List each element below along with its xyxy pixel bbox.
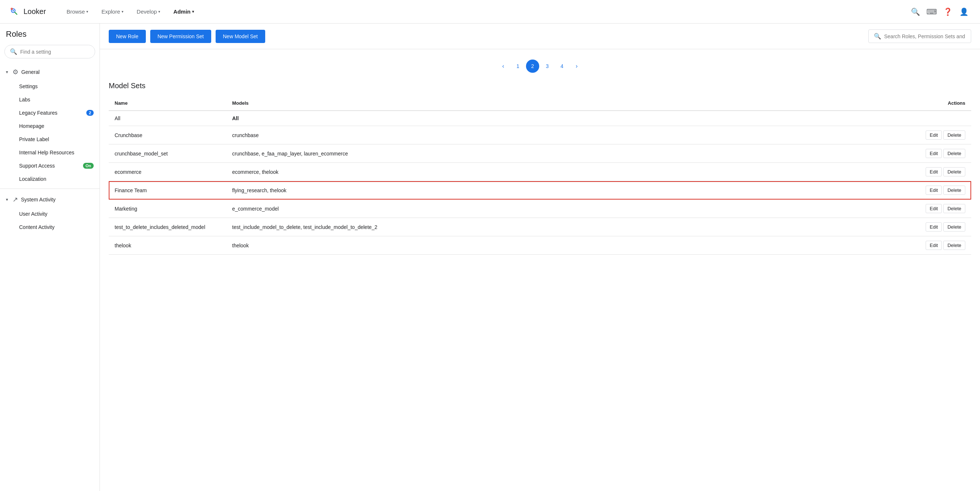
pagination-page-4[interactable]: 4 xyxy=(555,59,569,73)
svg-point-3 xyxy=(11,8,13,10)
pagination-next[interactable]: › xyxy=(570,59,583,73)
sidebar-item-legacy-features[interactable]: Legacy Features 2 xyxy=(0,106,100,120)
delete-button[interactable]: Delete xyxy=(943,167,965,176)
legacy-features-label: Legacy Features xyxy=(19,110,57,116)
develop-chevron-icon: ▾ xyxy=(158,10,160,14)
sidebar-system-activity-header[interactable]: ▾ ↗ System Activity xyxy=(0,192,100,207)
new-role-button[interactable]: New Role xyxy=(109,30,146,43)
delete-button[interactable]: Delete xyxy=(943,186,965,195)
sidebar-general-label: General xyxy=(21,69,40,75)
model-set-name-cell: All xyxy=(109,111,226,126)
model-set-name-cell: thelook xyxy=(109,236,226,255)
main-content: New Role New Permission Set New Model Se… xyxy=(100,24,980,491)
table-row: test_to_delete_includes_deleted_modeltes… xyxy=(109,218,971,236)
delete-button[interactable]: Delete xyxy=(943,222,965,231)
edit-button[interactable]: Edit xyxy=(926,222,942,231)
model-set-actions-cell: EditDelete xyxy=(912,163,971,181)
model-set-actions-cell: EditDelete xyxy=(912,144,971,163)
settings-label: Settings xyxy=(19,83,38,89)
sidebar-general-header[interactable]: ▾ ⚙ General xyxy=(0,64,100,80)
page-title: Roles xyxy=(0,29,100,45)
nav-browse[interactable]: Browse ▾ xyxy=(60,5,94,18)
delete-button[interactable]: Delete xyxy=(943,241,965,250)
sidebar-item-settings[interactable]: Settings xyxy=(0,80,100,93)
logo[interactable]: Looker xyxy=(9,6,46,18)
sidebar-item-support-access[interactable]: Support Access On xyxy=(0,159,100,172)
private-label-label: Private Label xyxy=(19,136,49,142)
system-activity-chevron-icon: ▾ xyxy=(6,197,8,202)
system-activity-trend-icon: ↗ xyxy=(13,196,18,204)
table-row: Finance Teamflying_research, thelookEdit… xyxy=(109,181,971,199)
user-activity-label: User Activity xyxy=(19,211,48,217)
col-header-models: Models xyxy=(226,96,912,111)
model-set-actions-cell: EditDelete xyxy=(912,199,971,218)
roles-search-input[interactable] xyxy=(884,33,966,39)
pagination-page-2[interactable]: 2 xyxy=(526,59,539,73)
sidebar-item-private-label[interactable]: Private Label xyxy=(0,133,100,146)
sidebar-item-localization[interactable]: Localization xyxy=(0,172,100,186)
nav-icons: 🔍 ⌨ ❓ 👤 xyxy=(908,5,971,19)
localization-label: Localization xyxy=(19,176,46,182)
model-set-actions-cell: EditDelete xyxy=(912,218,971,236)
sidebar-item-internal-help[interactable]: Internal Help Resources xyxy=(0,146,100,159)
edit-button[interactable]: Edit xyxy=(926,167,942,176)
pagination: ‹ 1 2 3 4 › xyxy=(109,55,971,81)
new-permission-set-button[interactable]: New Permission Set xyxy=(150,30,211,43)
labs-label: Labs xyxy=(19,97,30,102)
delete-button[interactable]: Delete xyxy=(943,149,965,158)
model-set-models-cell: e_commerce_model xyxy=(226,199,912,218)
sidebar: Roles 🔍 ▾ ⚙ General Settings Labs Legacy… xyxy=(0,24,100,491)
col-header-name: Name xyxy=(109,96,226,111)
toolbar: New Role New Permission Set New Model Se… xyxy=(100,24,980,49)
general-gear-icon: ⚙ xyxy=(13,68,18,76)
general-chevron-icon: ▾ xyxy=(6,69,8,75)
help-icon-button[interactable]: ❓ xyxy=(940,5,955,19)
table-row: crunchbase_model_setcrunchbase, e_faa_ma… xyxy=(109,144,971,163)
sidebar-search-box[interactable]: 🔍 xyxy=(5,45,95,59)
edit-button[interactable]: Edit xyxy=(926,186,942,195)
profile-icon-button[interactable]: 👤 xyxy=(956,5,971,19)
table-row: CrunchbasecrunchbaseEditDelete xyxy=(109,126,971,144)
pagination-prev[interactable]: ‹ xyxy=(496,59,510,73)
sidebar-item-content-activity[interactable]: Content Activity xyxy=(0,220,100,234)
admin-chevron-icon: ▾ xyxy=(192,10,194,14)
svg-point-1 xyxy=(13,10,14,11)
nav-develop[interactable]: Develop ▾ xyxy=(131,5,166,18)
table-row: ecommerceecommerce, thelookEditDelete xyxy=(109,163,971,181)
nav-admin[interactable]: Admin ▾ xyxy=(167,5,200,18)
pagination-page-1[interactable]: 1 xyxy=(511,59,525,73)
edit-button[interactable]: Edit xyxy=(926,131,942,140)
sidebar-item-user-activity[interactable]: User Activity xyxy=(0,207,100,220)
model-set-name-cell: Crunchbase xyxy=(109,126,226,144)
logo-text: Looker xyxy=(24,7,46,16)
sidebar-divider xyxy=(0,188,100,189)
model-sets-table-head: Name Models Actions xyxy=(109,96,971,111)
search-icon-button[interactable]: 🔍 xyxy=(908,5,923,19)
model-set-actions-cell xyxy=(912,111,971,126)
nav-links: Browse ▾ Explore ▾ Develop ▾ Admin ▾ xyxy=(60,5,908,18)
edit-button[interactable]: Edit xyxy=(926,241,942,250)
sidebar-section-system-activity: ▾ ↗ System Activity User Activity Conten… xyxy=(0,192,100,234)
sidebar-item-labs[interactable]: Labs xyxy=(0,93,100,106)
content-area: ‹ 1 2 3 4 › Model Sets Name Models Actio… xyxy=(100,49,980,263)
pagination-page-3[interactable]: 3 xyxy=(541,59,554,73)
model-sets-table: Name Models Actions AllAllCrunchbasecrun… xyxy=(109,96,971,255)
delete-button[interactable]: Delete xyxy=(943,131,965,140)
roles-search-bar[interactable]: 🔍 xyxy=(868,29,971,43)
edit-button[interactable]: Edit xyxy=(926,204,942,213)
edit-button[interactable]: Edit xyxy=(926,149,942,158)
content-activity-label: Content Activity xyxy=(19,224,55,230)
nav-explore[interactable]: Explore ▾ xyxy=(95,5,129,18)
new-model-set-button[interactable]: New Model Set xyxy=(216,30,265,43)
sidebar-search-input[interactable] xyxy=(20,49,90,55)
model-set-models-cell: thelook xyxy=(226,236,912,255)
keyboard-icon-button[interactable]: ⌨ xyxy=(924,5,939,19)
model-sets-title: Model Sets xyxy=(109,81,971,90)
browse-chevron-icon: ▾ xyxy=(86,10,88,14)
delete-button[interactable]: Delete xyxy=(943,204,965,213)
model-sets-table-body: AllAllCrunchbasecrunchbaseEditDeletecrun… xyxy=(109,111,971,255)
model-set-models-cell: crunchbase xyxy=(226,126,912,144)
sidebar-item-homepage[interactable]: Homepage xyxy=(0,120,100,133)
model-set-models-cell: All xyxy=(226,111,912,126)
svg-line-2 xyxy=(15,12,17,14)
